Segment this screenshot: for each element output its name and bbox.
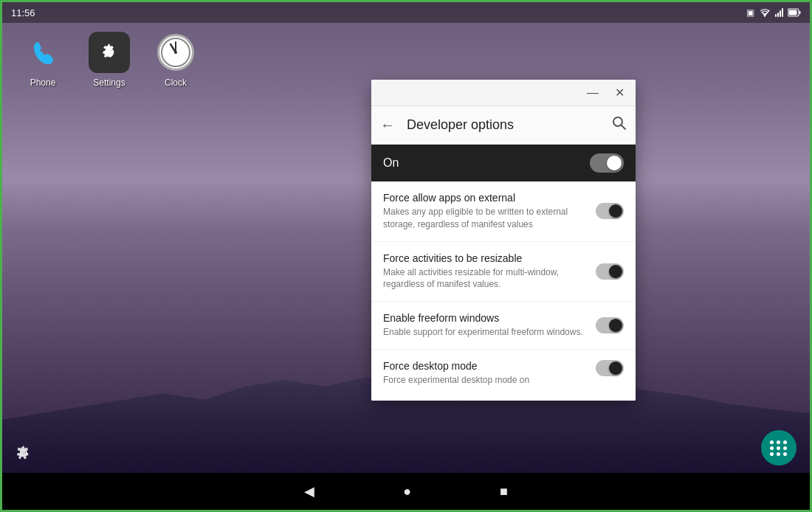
setting-title-2: Enable freeform windows xyxy=(383,312,587,324)
fab-dot xyxy=(783,452,787,456)
desktop: 11:56 ▣ xyxy=(2,2,810,510)
fab-dot xyxy=(783,440,787,444)
setting-title-3: Force desktop mode xyxy=(383,360,587,372)
svg-rect-3 xyxy=(789,10,797,15)
wifi-icon xyxy=(759,8,771,17)
phone-icon-image xyxy=(22,32,63,73)
setting-title-0: Force allow apps on external xyxy=(383,192,587,204)
clock-icon-image xyxy=(155,32,196,73)
close-icon: ✕ xyxy=(615,86,625,100)
status-bar: 11:56 ▣ xyxy=(2,2,810,23)
svg-rect-2 xyxy=(799,11,801,14)
battery-icon xyxy=(788,8,801,17)
recents-nav-button[interactable]: ■ xyxy=(500,484,508,499)
setting-text-2: Enable freeform windows Enable support f… xyxy=(383,312,596,339)
app-drawer-fab[interactable] xyxy=(761,430,796,466)
bottom-settings-button[interactable] xyxy=(16,445,32,466)
main-toggle[interactable] xyxy=(590,153,624,173)
toggle-1[interactable] xyxy=(596,263,624,280)
desktop-icons: Phone Settings xyxy=(17,32,202,88)
fab-dot xyxy=(770,452,774,456)
fab-dot xyxy=(777,452,780,456)
settings-label: Settings xyxy=(93,77,125,88)
app-title: Developer options xyxy=(407,117,600,133)
setting-row-0[interactable]: Force allow apps on external Makes any a… xyxy=(371,181,636,242)
main-toggle-thumb xyxy=(607,156,622,170)
toggle-3[interactable] xyxy=(596,360,624,376)
close-button[interactable]: ✕ xyxy=(609,83,630,103)
search-button[interactable] xyxy=(612,116,627,134)
home-nav-button[interactable]: ● xyxy=(403,484,411,499)
search-icon xyxy=(612,116,627,131)
minimize-button[interactable]: — xyxy=(582,83,603,103)
svg-point-0 xyxy=(764,15,765,16)
developer-options-window: — ✕ ← Developer options On xyxy=(371,80,636,401)
toggle-thumb-1 xyxy=(609,265,622,278)
svg-point-8 xyxy=(174,51,177,54)
nav-bar: ◀ ● ■ xyxy=(2,473,810,510)
phone-svg xyxy=(27,36,59,69)
sim-icon: ▣ xyxy=(746,7,754,18)
clock-svg xyxy=(160,37,191,68)
fab-dot xyxy=(777,440,780,444)
fab-dot xyxy=(777,446,780,450)
clock-face xyxy=(157,34,194,71)
on-label: On xyxy=(383,156,399,170)
back-button[interactable]: ← xyxy=(380,117,395,134)
clock-label: Clock xyxy=(165,77,187,88)
setting-row-2[interactable]: Enable freeform windows Enable support f… xyxy=(371,302,636,350)
clock-icon-item[interactable]: Clock xyxy=(150,32,202,88)
window-titlebar: — ✕ xyxy=(371,80,636,106)
setting-title-1: Force activities to be resizable xyxy=(383,252,587,264)
fab-dots xyxy=(770,440,788,456)
setting-row-1[interactable]: Force activities to be resizable Make al… xyxy=(371,242,636,302)
status-icons: ▣ xyxy=(746,7,801,18)
setting-desc-2: Enable support for experimental freeform… xyxy=(383,326,587,339)
toggle-thumb-0 xyxy=(609,204,622,218)
setting-desc-1: Make all activities resizable for multi-… xyxy=(383,266,587,291)
setting-row-3[interactable]: Force desktop mode Force experimental de… xyxy=(371,350,636,397)
settings-icon-item[interactable]: Settings xyxy=(83,32,135,88)
fab-dot xyxy=(783,446,787,450)
settings-list: Force allow apps on external Makes any a… xyxy=(371,181,636,401)
signal-icon xyxy=(775,8,783,17)
setting-desc-3: Force experimental desktop mode on xyxy=(383,374,587,387)
on-off-row: On xyxy=(371,145,636,181)
setting-text-3: Force desktop mode Force experimental de… xyxy=(383,360,596,387)
fab-dot xyxy=(770,446,774,450)
phone-label: Phone xyxy=(30,77,56,88)
phone-icon-item[interactable]: Phone xyxy=(17,32,69,88)
svg-point-9 xyxy=(613,117,622,126)
setting-text-0: Force allow apps on external Makes any a… xyxy=(383,192,596,231)
back-nav-button[interactable]: ◀ xyxy=(304,483,314,499)
toggle-thumb-2 xyxy=(609,319,622,332)
setting-desc-0: Makes any app eligible to be written to … xyxy=(383,206,587,231)
setting-text-1: Force activities to be resizable Make al… xyxy=(383,252,596,291)
status-time: 11:56 xyxy=(11,7,35,18)
toggle-2[interactable] xyxy=(596,317,624,333)
toggle-thumb-3 xyxy=(609,361,622,375)
app-header: ← Developer options xyxy=(371,106,636,145)
gear-icon xyxy=(97,41,121,64)
minimize-icon: — xyxy=(587,86,599,100)
fab-dot xyxy=(770,440,774,444)
settings-icon-image xyxy=(89,32,130,73)
bottom-gear-icon xyxy=(16,445,32,461)
toggle-0[interactable] xyxy=(596,203,624,219)
svg-line-10 xyxy=(622,125,625,129)
